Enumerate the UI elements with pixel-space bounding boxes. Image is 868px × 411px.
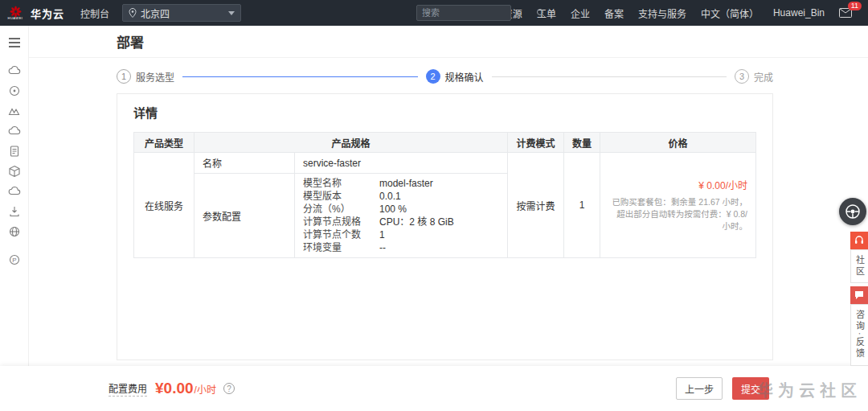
service-name-cell: service-faster (295, 153, 508, 174)
headset-icon (854, 235, 865, 246)
spec-table: 产品类型 产品规格 计费模式 数量 价格 在线服务 名称 service-fas… (133, 132, 756, 258)
step-indicator: 1 服务选型 2 规格确认 3 完成 (117, 69, 773, 84)
bottom-action-bar: 配置费用 ¥0.00 /小时 ? 上一步 提交 (0, 366, 868, 411)
detail-card: 详情 产品类型 产品规格 计费模式 数量 价格 (117, 93, 773, 360)
search-icon[interactable] (536, 8, 546, 18)
chat-bubble-icon (854, 290, 865, 301)
network-nodes-icon[interactable] (0, 80, 28, 101)
product-type-cell: 在线服务 (134, 153, 194, 258)
steering-wheel-icon (845, 203, 861, 220)
detail-card-title: 详情 (133, 104, 756, 121)
step-connector (182, 76, 417, 77)
table-row: 在线服务 名称 service-faster 按需计费 1 ¥ 0.00/小时 … (134, 153, 756, 174)
menu-item-account[interactable]: Huawei_Bin (773, 7, 825, 18)
assistant-fab-button[interactable] (839, 198, 866, 225)
config-cost-label: 配置费用 (108, 381, 147, 397)
messages-button[interactable]: 11 (839, 8, 857, 18)
price-per-hour: ¥ 0.00/小时 (608, 178, 747, 191)
config-cost-value: ¥0.00 (155, 380, 194, 397)
billing-mode-cell: 按需计费 (508, 153, 564, 258)
step-spec-confirmation: 2 规格确认 (426, 69, 484, 84)
name-label-cell: 名称 (194, 153, 295, 174)
step-service-selection: 1 服务选型 (117, 69, 174, 84)
huawei-cloud-console: HUAWEI 华为云 控制台 北京四 费用 资源 工单 企业 备案 支持与服务 … (0, 0, 868, 411)
globe-icon[interactable] (0, 221, 28, 241)
cloud-storage-icon[interactable] (0, 121, 28, 141)
brand-title[interactable]: 华为云 (31, 6, 64, 21)
param-row-model-name: 模型名称 model-faster (303, 177, 499, 190)
price-cell: ¥ 0.00/小时 已购买套餐包：剩余量 21.67 小时， 超出部分自动转为按… (600, 153, 756, 258)
svg-text:P: P (12, 256, 16, 263)
location-pin-icon (129, 8, 137, 18)
huawei-logo-text: HUAWEI (8, 16, 23, 20)
left-icon-sidebar: P (0, 26, 29, 366)
step-3-label: 完成 (754, 70, 773, 84)
menu-item-language[interactable]: 中文（简体） (701, 6, 759, 20)
submit-button[interactable]: 提交 (732, 377, 769, 400)
column-header-price: 价格 (600, 133, 756, 153)
step-2-label: 规格确认 (445, 70, 484, 84)
param-row-model-version: 模型版本 0.0.1 (303, 190, 499, 203)
step-3-circle: 3 (735, 69, 749, 84)
menu-item-support[interactable]: 支持与服务 (638, 6, 686, 20)
community-link[interactable]: 社区 (850, 249, 868, 283)
global-search (416, 5, 511, 21)
menu-item-icp[interactable]: 备案 (604, 6, 624, 20)
search-input[interactable] (422, 8, 536, 18)
step-connector (492, 76, 727, 77)
config-cost-unit: /小时 (194, 382, 216, 396)
param-row-env-vars: 环境变量 -- (303, 241, 499, 254)
price-note-line-2: 超出部分自动转为按需付费：¥ 0.8/小时。 (608, 208, 747, 232)
step-finish: 3 完成 (735, 69, 773, 84)
price-note-line-1: 已购买套餐包：剩余量 21.67 小时， (608, 196, 747, 208)
menu-item-enterprise[interactable]: 企业 (571, 6, 590, 20)
quantity-cell: 1 (564, 153, 600, 258)
page-header: 部署 (29, 26, 868, 58)
main-content: 部署 1 服务选型 2 规格确认 3 完成 详情 (29, 26, 868, 366)
package-icon[interactable] (0, 161, 28, 181)
right-float-toolbar: 社区 咨询·反馈 (850, 232, 868, 366)
column-header-product-spec: 产品规格 (194, 133, 508, 153)
feedback-link[interactable]: 咨询·反馈 (850, 304, 868, 366)
page-title: 部署 (117, 31, 144, 51)
region-value: 北京四 (141, 6, 170, 20)
message-count-badge: 11 (848, 2, 862, 10)
wizard-buttons: 上一步 提交 (676, 377, 769, 400)
feedback-icon-button[interactable] (850, 286, 868, 304)
help-icon[interactable]: ? (223, 383, 235, 394)
column-header-product-type: 产品类型 (134, 133, 194, 153)
download-icon[interactable] (0, 201, 28, 221)
document-icon[interactable] (0, 141, 28, 161)
top-navigation-bar: HUAWEI 华为云 控制台 北京四 费用 资源 工单 企业 备案 支持与服务 … (0, 0, 868, 26)
step-2-circle: 2 (426, 69, 440, 84)
console-link[interactable]: 控制台 (80, 6, 109, 20)
chevron-down-icon (228, 11, 235, 15)
cloud-compute-icon[interactable] (0, 181, 28, 201)
param-row-traffic-split: 分流（%） 100 % (303, 203, 499, 216)
column-header-billing-mode: 计费模式 (508, 133, 564, 153)
region-selector[interactable]: 北京四 (122, 4, 241, 22)
mountains-icon[interactable] (0, 101, 28, 121)
param-row-node-spec: 计算节点规格 CPU：2 核 8 GiB (303, 216, 499, 228)
column-header-quantity: 数量 (564, 133, 600, 153)
huawei-logo[interactable]: HUAWEI (2, 6, 29, 20)
previous-step-button[interactable]: 上一步 (676, 377, 723, 400)
param-row-node-count: 计算节点个数 1 (303, 228, 499, 241)
table-header-row: 产品类型 产品规格 计费模式 数量 价格 (134, 133, 756, 153)
community-icon-button[interactable] (850, 232, 868, 249)
param-config-label-cell: 参数配置 (194, 174, 295, 258)
hamburger-menu-icon[interactable] (0, 32, 28, 52)
param-config-values-cell: 模型名称 model-faster 模型版本 0.0.1 分流（%） 100 % (295, 174, 508, 258)
step-1-label: 服务选型 (136, 70, 174, 84)
step-1-circle: 1 (117, 69, 131, 84)
parking-service-icon[interactable]: P (0, 249, 28, 269)
cloud-service-icon[interactable] (0, 60, 28, 80)
